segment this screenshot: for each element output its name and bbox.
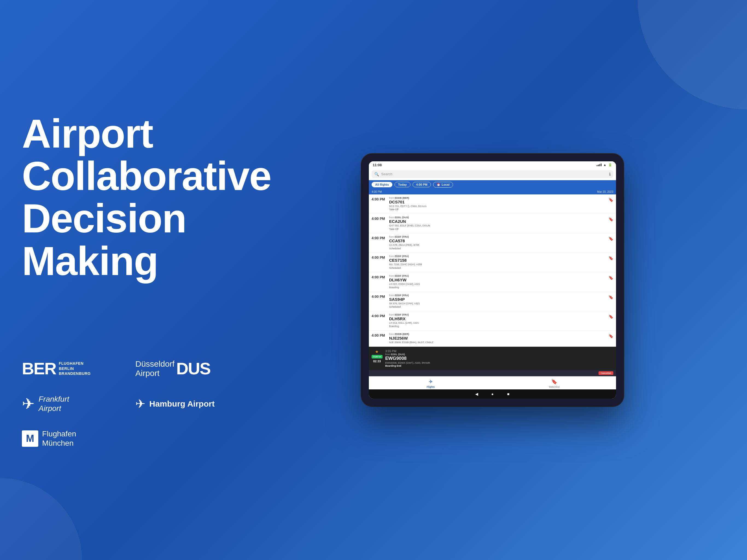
flight-time: 4:00 PM [371,295,386,299]
flight-from: from EDDL (DUS) [389,216,606,219]
dus-label: DüsseldorfAirport [135,359,175,378]
flight-number: DLH5RX [389,316,606,321]
flight-time: 4:00 PM [371,217,386,221]
muc-label: Flughafen München [42,429,76,448]
flight-from: from EDDF (FRA) [389,275,606,277]
flight-info: CA 578, ZBAA (PEK), B788 Scheduled [389,244,606,250]
muc-m: M [26,433,34,444]
flight-details: from EDDF (FRA) CES7158 MU 7158, ZSHC (H… [389,255,606,270]
dus-big-text: DUS [176,359,210,378]
selected-flight-from: from EDDL (DUS) [385,353,613,356]
android-nav: ◀ ● ■ [369,389,616,399]
fra-label: Frankfurt Airport [38,394,69,413]
bookmark-filled-icon[interactable]: 🔖 [609,256,613,260]
logo-ber: BER FLUGHAFEN BERLIN BRANDENBURG [22,359,124,378]
left-panel: Airport Collaborative Decision Making BE… [0,80,260,481]
table-row[interactable]: 4:00 PM from EDDB (BER) NJE256W NJE 256W… [369,331,616,347]
bookmark-icon[interactable]: 🔖 [609,295,613,299]
bookmark-icon[interactable]: 🔖 [609,334,613,338]
logo-muc: M Flughafen München [22,429,124,448]
bottom-nav: ✈ Flights 🔖 Watchlist [369,376,616,389]
bookmark-icon[interactable]: 🔖 [609,276,613,280]
info-icon[interactable]: ℹ [609,172,611,176]
filter-all-flights[interactable]: All flights [371,182,392,187]
table-row[interactable]: 4:00 PM from EDDB (BER) DCS701 DCS 701, … [369,195,616,214]
bookmark-filled-icon[interactable]: 🔖 [609,217,613,222]
flight-time: 4:00 PM [371,236,386,240]
flight-from: from EDDF (FRA) [389,313,606,316]
cancelled-row: Cancelled [369,370,616,376]
bookmark-icon[interactable]: 🔖 [609,314,613,319]
flight-info: GAT 002, EGLF (FAB), C25A, DISUN Take-Of… [389,224,606,231]
date-header-left: 4:00 PM [371,190,382,193]
flight-info: NJE 256W, ESSB (BMA), GLST, CSGLZ [389,341,606,344]
filter-today[interactable]: Today [394,182,410,187]
selected-flight-time: 3:55 PM [385,350,613,353]
flight-info: DCS 701, EDTY (), C56X, DCAAA Take-Off [389,205,606,211]
signal-bar [597,163,601,166]
logo-fra: ✈ Frankfurt Airport [22,394,124,413]
bookmark-icon[interactable]: 🔖 [609,236,613,241]
selected-flight-status: Boarding End [385,364,613,367]
nav-watchlist[interactable]: 🔖 Watchlist [492,379,616,388]
selected-flight-left: ★ TSAT in 02:33 [371,350,383,363]
table-row[interactable]: 4:00 PM from EDDF (FRA) CCA578 CA 578, Z… [369,233,616,253]
flight-time: 4:00 PM [371,314,386,318]
ham-label: Hamburg Airport [149,399,215,408]
filter-bar: All flights Today 4:00 PM ⏰ Local [369,180,616,189]
flight-time: 4:00 PM [371,255,386,259]
search-icon: 🔍 [374,172,379,176]
fra-plane-icon: ✈ [22,395,35,413]
flight-number: CES7158 [389,258,606,262]
flight-details: from EDDF (FRA) DLH6YW LH 022, EDDH (HAM… [389,275,606,289]
selected-flight-number: EWG9008 [385,356,613,361]
flight-info: SK 676, EKCH (CPH), A321 Scheduled [389,302,606,309]
tablet-device: 11:08 ▲ 🔋 🔍 Search ℹ [361,154,624,407]
android-recents-button[interactable]: ■ [506,391,511,397]
table-row[interactable]: 4:00 PM from EDDF (FRA) CES7158 MU 7158,… [369,253,616,272]
ber-small-text: FLUGHAFEN BERLIN BRANDENBURG [59,361,91,376]
flight-info: LH 914, EGLL (LHR), A321 Boarding [389,321,606,328]
muc-icon-box: M [22,430,38,447]
android-home-button[interactable]: ● [490,391,495,397]
flight-time: 4:00 PM [371,197,386,201]
right-panel: 11:08 ▲ 🔋 🔍 Search ℹ [260,154,747,407]
table-row[interactable]: 4:00 PM from EDDF (FRA) SAS94P SK 676, E… [369,292,616,311]
ber-big-text: BER [22,359,56,378]
ham-plane-icon: ✈ [135,397,146,411]
status-time: 11:08 [373,163,382,167]
flight-number: CCA578 [389,238,606,243]
selected-flight-row[interactable]: ★ TSAT in 02:33 3:55 PM from EDDL (DUS) … [369,347,616,370]
filter-local[interactable]: ⏰ Local [433,182,453,187]
flight-from: from EDDF (FRA) [389,255,606,258]
flights-list: 4:00 PM from EDDB (BER) DCS701 DCS 701, … [369,195,616,347]
date-header-right: Mar 20, 2023 [597,190,613,193]
logo-dus: DüsseldorfAirport DUS [135,359,238,378]
flight-number: NJE256W [389,336,606,340]
filter-time[interactable]: 4:00 PM [413,182,431,187]
selected-flight-info: EWG9008, EDWX (GWT), A320, 9HAMK [385,361,613,365]
flight-details: from EDDB (BER) DCS701 DCS 701, EDTY (),… [389,197,606,211]
flights-nav-label: Flights [427,385,435,388]
flight-number: DCS701 [389,200,606,204]
flight-time: 4:00 PM [371,275,386,279]
search-placeholder[interactable]: Search [381,172,607,176]
nav-flights[interactable]: ✈ Flights [369,379,492,388]
main-title: Airport Collaborative Decision Making [22,112,238,282]
flight-details: from EDDF (FRA) CCA578 CA 578, ZBAA (PEK… [389,235,606,250]
flight-from: from EDDF (FRA) [389,294,606,297]
status-bar: 11:08 ▲ 🔋 [369,161,616,169]
bookmark-icon[interactable]: 🔖 [609,198,613,202]
flight-from: from EDDB (BER) [389,333,606,335]
flight-details: from EDDB (BER) NJE256W NJE 256W, ESSB (… [389,333,606,344]
star-icon: ★ [375,350,379,354]
table-row[interactable]: 4:00 PM from EDDL (DUS) ECA2UN GAT 002, … [369,214,616,233]
flights-nav-icon: ✈ [429,379,433,385]
search-bar-wrap: 🔍 Search ℹ [369,169,616,180]
selected-flight-main: 3:55 PM from EDDL (DUS) EWG9008 EWG9008,… [385,350,613,367]
table-row[interactable]: 4:00 PM from EDDF (FRA) DLH6YW LH 022, E… [369,272,616,292]
android-back-button[interactable]: ◀ [474,391,479,397]
table-row[interactable]: 4:00 PM from EDDF (FRA) DLH5RX LH 914, E… [369,311,616,331]
flight-details: from EDDF (FRA) DLH5RX LH 914, EGLL (LHR… [389,313,606,328]
search-bar[interactable]: 🔍 Search ℹ [371,170,613,178]
